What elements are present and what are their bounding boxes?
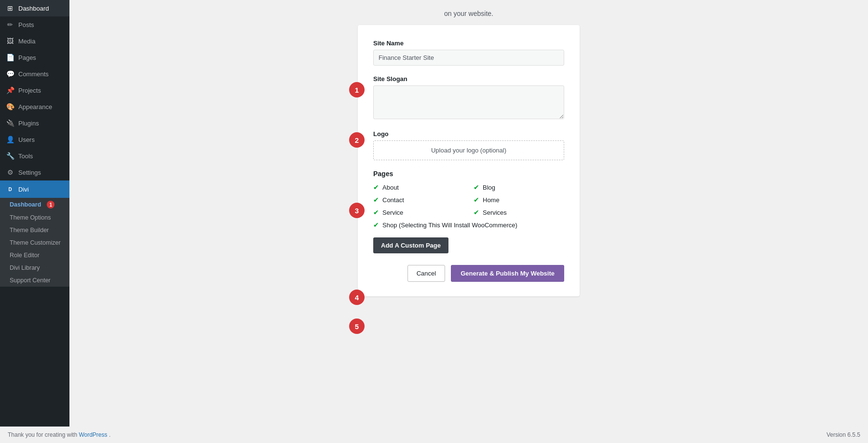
- check-home-icon: ✔: [474, 196, 479, 204]
- sidebar-item-users[interactable]: 👤 Users: [0, 131, 69, 148]
- generate-publish-button[interactable]: Generate & Publish My Website: [451, 265, 564, 282]
- footer-thank-you: Thank you for creating with WordPress .: [8, 431, 110, 438]
- logo-upload-button[interactable]: Upload your logo (optional): [373, 140, 564, 160]
- site-slogan-group: Site Slogan: [373, 75, 564, 121]
- sidebar-item-plugins[interactable]: 🔌 Plugins: [0, 115, 69, 131]
- submenu-item-theme-customizer[interactable]: Theme Customizer: [0, 236, 69, 249]
- check-about-icon: ✔: [373, 183, 379, 191]
- form-card: Site Name Site Slogan Logo Upload your l…: [358, 25, 580, 296]
- check-services-icon: ✔: [474, 208, 479, 216]
- footer-version: Version 6.5.5: [827, 431, 860, 438]
- submenu-item-dashboard[interactable]: Dashboard 1: [0, 198, 69, 211]
- check-blog-icon: ✔: [474, 183, 479, 191]
- sidebar-item-tools[interactable]: 🔧 Tools: [0, 148, 69, 164]
- submenu-item-role-editor[interactable]: Role Editor: [0, 249, 69, 262]
- plugins-icon: 🔌: [6, 119, 14, 127]
- logo-group: Logo Upload your logo (optional): [373, 130, 564, 160]
- projects-icon: 📌: [6, 86, 14, 94]
- dashboard-icon: ⊞: [6, 4, 14, 12]
- sidebar-item-dashboard[interactable]: ⊞ Dashboard: [0, 0, 69, 16]
- site-name-label: Site Name: [373, 40, 564, 47]
- sidebar-item-comments[interactable]: 💬 Comments: [0, 66, 69, 82]
- page-item-shop[interactable]: ✔ Shop (Selecting This Will Install WooC…: [373, 221, 564, 229]
- page-item-about[interactable]: ✔ About: [373, 183, 464, 191]
- header-subtitle: on your website.: [444, 10, 493, 17]
- media-icon: 🖼: [6, 37, 14, 45]
- submenu-item-theme-options[interactable]: Theme Options: [0, 211, 69, 224]
- submenu-item-support-center[interactable]: Support Center: [0, 274, 69, 287]
- divi-icon: D: [6, 185, 14, 194]
- main-content: on your website. 1 2 3 4 5 Site Name: [69, 0, 868, 443]
- logo-label: Logo: [373, 130, 564, 138]
- step-5-badge: 5: [349, 318, 365, 334]
- sidebar-item-divi[interactable]: D Divi: [0, 180, 69, 198]
- check-service-icon: ✔: [373, 208, 379, 216]
- site-name-group: Site Name: [373, 40, 564, 66]
- sidebar-item-pages[interactable]: 📄 Pages: [0, 49, 69, 66]
- sidebar-item-media[interactable]: 🖼 Media: [0, 33, 69, 49]
- cancel-button[interactable]: Cancel: [407, 265, 445, 282]
- pages-grid: ✔ About ✔ Blog ✔ Contact ✔: [373, 183, 564, 229]
- add-custom-page-button[interactable]: Add A Custom Page: [373, 237, 448, 253]
- page-item-contact[interactable]: ✔ Contact: [373, 196, 464, 204]
- sidebar-item-posts[interactable]: ✏ Posts: [0, 16, 69, 33]
- sidebar: ⊞ Dashboard ✏ Posts 🖼 Media 📄 Pages 💬 Co…: [0, 0, 69, 443]
- settings-icon: ⚙: [6, 168, 14, 176]
- pages-icon: 📄: [6, 54, 14, 61]
- pages-label: Pages: [373, 170, 564, 178]
- users-icon: 👤: [6, 136, 14, 143]
- page-item-services[interactable]: ✔ Services: [474, 208, 564, 216]
- step-2-badge: 2: [349, 132, 365, 148]
- sidebar-item-appearance[interactable]: 🎨 Appearance: [0, 98, 69, 115]
- page-footer: Thank you for creating with WordPress . …: [0, 427, 868, 443]
- page-item-service[interactable]: ✔ Service: [373, 208, 464, 216]
- site-slogan-label: Site Slogan: [373, 75, 564, 83]
- pages-section: Pages ✔ About ✔ Blog ✔ Contact: [373, 170, 564, 253]
- appearance-icon: 🎨: [6, 103, 14, 111]
- step-3-badge: 3: [349, 203, 365, 218]
- wordpress-link[interactable]: WordPress: [79, 431, 107, 438]
- check-shop-icon: ✔: [373, 221, 379, 229]
- check-contact-icon: ✔: [373, 196, 379, 204]
- sidebar-item-settings[interactable]: ⚙ Settings: [0, 164, 69, 180]
- card-footer: Cancel Generate & Publish My Website: [373, 265, 564, 282]
- page-item-blog[interactable]: ✔ Blog: [474, 183, 564, 191]
- site-name-input[interactable]: [373, 50, 564, 66]
- submenu-item-theme-builder[interactable]: Theme Builder: [0, 224, 69, 236]
- submenu-item-divi-library[interactable]: Divi Library: [0, 262, 69, 274]
- posts-icon: ✏: [6, 21, 14, 28]
- comments-icon: 💬: [6, 70, 14, 78]
- dashboard-badge: 1: [47, 201, 54, 208]
- form-card-wrapper: 1 2 3 4 5 Site Name Site Slogan: [358, 25, 580, 296]
- page-item-home[interactable]: ✔ Home: [474, 196, 564, 204]
- divi-submenu: Dashboard 1 Theme Options Theme Builder …: [0, 198, 69, 287]
- sidebar-item-projects[interactable]: 📌 Projects: [0, 82, 69, 98]
- step-1-badge: 1: [349, 82, 365, 97]
- tools-icon: 🔧: [6, 152, 14, 160]
- step-4-badge: 4: [349, 290, 365, 305]
- site-slogan-input[interactable]: [373, 85, 564, 119]
